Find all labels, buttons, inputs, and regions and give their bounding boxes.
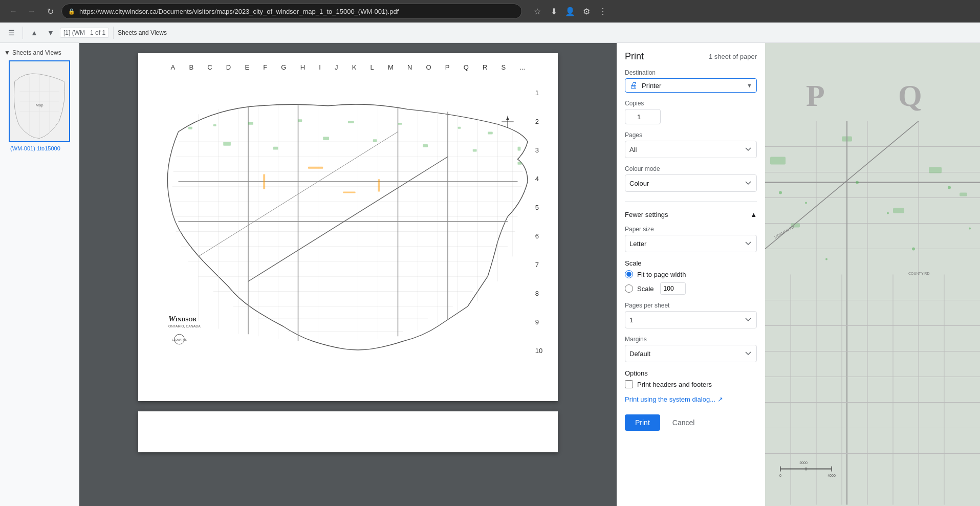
address-bar[interactable]: 🔒 https://www.citywindsor.ca/Documents/v… [61,4,522,19]
col-S: S [502,63,506,71]
right-map-svg: P Q [765,43,980,506]
row-1: 1 [535,89,545,97]
col-H: H [300,63,305,71]
row-7: 7 [535,261,545,269]
svg-rect-58 [223,142,231,146]
fit-to-page-radio-label[interactable]: Fit to page width [625,270,757,278]
svg-text:Q: Q [898,79,922,113]
scale-value-input[interactable] [660,282,686,295]
printer-icon: 🖨 [629,81,638,90]
print-panel: Print 1 sheet of paper Destination 🖨 Pri… [617,43,765,506]
scale-section: Scale Fit to page width Scale [625,259,757,295]
cancel-button[interactable]: Cancel [664,414,703,431]
main-content: ▼ Sheets and Views Map (WM-001) 1to15000 [0,43,980,506]
col-N: N [407,63,412,71]
right-map-panel: P Q [765,43,980,506]
profile-button[interactable]: 👤 [563,4,577,18]
svg-rect-56 [518,147,521,151]
toolbar-separator-2 [113,27,114,39]
pdf-sidebar: ▼ Sheets and Views Map (WM-001) 1to15000 [0,43,79,506]
destination-text: Printer [642,82,743,90]
pages-per-sheet-label: Pages per sheet [625,302,757,309]
col-M: M [388,63,394,71]
print-headers-text: Print headers and footers [637,381,712,388]
download-button[interactable]: ⬇ [547,4,561,18]
svg-rect-89 [929,167,942,173]
svg-rect-53 [398,123,402,125]
colour-mode-section: Colour mode Colour Black and white [625,165,757,192]
extensions-button[interactable]: ⚙ [579,4,594,18]
colour-mode-label: Colour mode [625,165,757,172]
url-text: https://www.citywindsor.ca/Documents/vis… [79,8,399,15]
pages-select[interactable]: All Odd pages only Even pages only Custo… [625,141,757,158]
col-K: K [352,63,357,71]
print-header: Print 1 sheet of paper [625,51,757,62]
svg-point-104 [825,258,827,260]
col-O: O [426,63,431,71]
sidebar-toggle-button[interactable]: ☰ [4,26,18,40]
sidebar-thumb-map: Map [10,61,69,141]
svg-text:2000: 2000 [799,461,808,465]
col-L: L [371,63,374,71]
svg-rect-51 [298,119,302,122]
col-G: G [281,63,286,71]
copies-section: Copies [625,100,757,124]
sidebar-item[interactable]: (WM-001) 1to15000 [4,144,75,152]
bookmark-button[interactable]: ☆ [530,4,545,18]
col-P: P [445,63,450,71]
fit-to-page-label: Fit to page width [637,271,686,278]
external-link-icon: ↗ [717,395,723,403]
col-A: A [171,63,176,71]
sidebar-map-svg: Map [10,61,69,141]
map-page: A B C D E F G H I J K L M N O P Q R S ..… [138,53,558,401]
row-2: 2 [535,118,545,125]
divider-1 [625,201,757,202]
page-info: [1] (WM 1 of 1 [60,28,109,38]
print-title: Print [625,51,644,62]
options-section: Options Print headers and footers [625,369,757,388]
fewer-settings-button[interactable]: Fewer settings ▲ [625,211,757,218]
scale-radio-label[interactable]: Scale [625,282,757,295]
lock-icon: 🔒 [68,8,75,15]
svg-text:COUNTY RD: COUNTY RD [908,272,929,275]
svg-rect-63 [473,149,477,152]
print-headers-label[interactable]: Print headers and footers [625,380,757,388]
reload-button[interactable]: ↻ [43,4,57,18]
system-dialog-link[interactable]: Print using the system dialog... ↗ [625,395,757,403]
svg-point-99 [805,202,807,204]
col-dots: ... [519,63,525,71]
page-up-button[interactable]: ▲ [27,26,41,40]
paper-size-select[interactable]: Letter Legal A4 A3 Tabloid [625,235,757,252]
scale-radio-group: Fit to page width Scale [625,270,757,295]
svg-rect-59 [273,147,278,150]
expand-icon: ▼ [4,49,10,56]
menu-button[interactable]: ⋮ [596,4,610,18]
pages-per-sheet-section: Pages per sheet 1 2 4 6 9 16 [625,302,757,328]
copies-input[interactable] [625,109,661,124]
sidebar-thumbnail[interactable]: Map [9,60,70,142]
back-button[interactable]: ← [6,4,20,18]
print-headers-checkbox[interactable] [625,380,633,388]
colour-mode-select[interactable]: Colour Black and white [625,174,757,192]
city-map-svg: W INDSOR ONTARIO, CANADA GEOMATICS [148,73,533,370]
svg-rect-76 [765,45,980,505]
svg-point-101 [887,212,889,214]
svg-rect-91 [893,208,904,213]
scale-radio[interactable] [625,284,633,293]
page-down-button[interactable]: ▼ [43,26,58,40]
col-J: J [335,63,338,71]
destination-select-wrapper[interactable]: 🖨 Printer ▼ [625,78,757,93]
row-9: 9 [535,318,545,326]
pdf-viewer[interactable]: A B C D E F G H I J K L M N O P Q R S ..… [79,43,617,506]
fit-to-page-radio[interactable] [625,270,633,278]
pages-per-sheet-select[interactable]: 1 2 4 6 9 16 [625,311,757,328]
print-button[interactable]: Print [625,414,660,431]
svg-rect-61 [373,139,377,142]
margins-select[interactable]: Default None Minimum Custom [625,345,757,362]
destination-section: Destination 🖨 Printer ▼ [625,69,757,93]
svg-rect-57 [518,162,522,165]
col-Q: Q [464,63,469,71]
forward-button[interactable]: → [25,4,39,18]
svg-text:Map: Map [35,103,43,107]
svg-rect-50 [248,122,253,125]
